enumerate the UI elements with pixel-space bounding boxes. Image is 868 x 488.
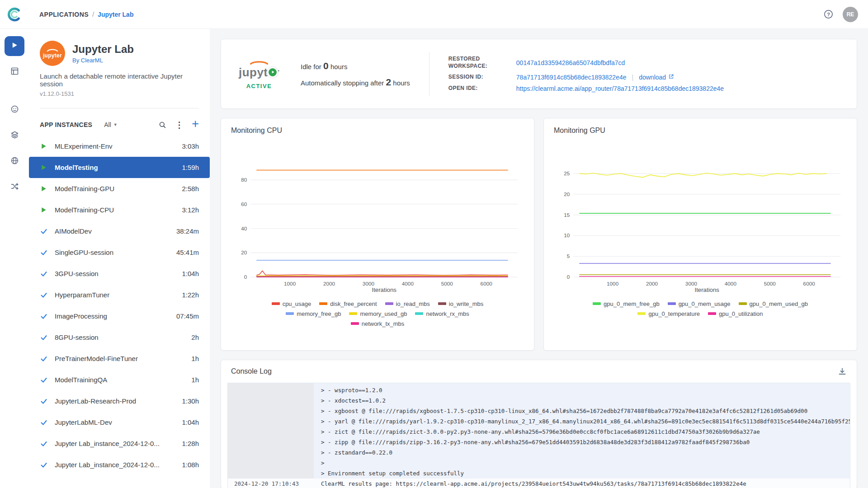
legend-item[interactable]: gpu_0_mem_free_gb (593, 300, 660, 307)
legend-item[interactable]: disk_free_percent (319, 300, 377, 307)
legend-label: gpu_0_temperature (648, 310, 699, 317)
instance-name: AIModelDev (55, 227, 171, 235)
svg-text:5000: 5000 (764, 281, 776, 286)
nav-projects[interactable] (5, 62, 24, 82)
instance-row[interactable]: Jupyter Lab_instance_2024-12-0...1:28h (29, 433, 210, 454)
instance-row[interactable]: Jupyter Lab_instance_2024-12-0...1:08h (29, 454, 210, 475)
nav-applications[interactable] (5, 36, 24, 56)
status-fields: RESTORED WORKSPACE:00147a1d33594286a6507… (448, 52, 840, 96)
console-log-title: Console Log (231, 367, 272, 375)
nav-models[interactable] (5, 100, 24, 120)
instance-row[interactable]: ModelTesting1:59h (29, 157, 210, 178)
add-instance-button[interactable]: + (192, 118, 199, 130)
shuffle-icon (10, 182, 19, 193)
kebab-menu-icon[interactable]: ⋮ (175, 121, 184, 129)
log-timestamp (228, 427, 314, 437)
instance-row[interactable]: 8GPU-session2h (29, 327, 210, 348)
legend-label: gpu_0_utilization (719, 310, 763, 317)
log-text: > - xdoctest==1.0.2 (314, 395, 850, 406)
play-icon (40, 185, 47, 192)
cpu-chart-plot[interactable]: 020406080100020003000400050006000Iterati… (231, 160, 524, 293)
svg-text:20: 20 (241, 249, 247, 255)
instance-row[interactable]: ModelTrainingQA1h (29, 369, 210, 390)
svg-text:1000: 1000 (284, 281, 296, 286)
legend-item[interactable]: gpu_0_mem_usage (668, 300, 731, 307)
legend-item[interactable]: gpu_0_mem_used_gb (739, 300, 808, 307)
instance-name: ModelTraining-CPU (55, 206, 176, 214)
svg-text:40: 40 (241, 225, 247, 231)
log-text: > - zstandard==0.22.0 (314, 447, 850, 458)
gpu-chart-plot[interactable]: 0510152025100020003000400050006000Iterat… (554, 160, 847, 293)
legend-item[interactable]: gpu_0_utilization (708, 310, 763, 317)
legend-label: gpu_0_mem_free_gb (604, 300, 660, 307)
legend-item[interactable]: memory_used_gb (349, 310, 407, 317)
download-log-icon[interactable] (838, 367, 847, 376)
legend-item[interactable]: memory_free_gb (286, 310, 341, 317)
field-label: SESSION ID: (448, 74, 516, 81)
idle-info: Idle for 0 hours Automatically stopping … (301, 61, 410, 88)
instance-row[interactable]: MLExperiment-Env3:03h (29, 136, 210, 157)
check-icon (40, 440, 47, 447)
instance-name: PreTrainerModel-FineTuner (55, 355, 186, 362)
log-timestamp (228, 447, 314, 458)
table-icon (10, 66, 19, 78)
svg-text:6000: 6000 (481, 281, 493, 286)
instances-filter-dropdown[interactable]: All ▼ (104, 121, 117, 128)
legend-label: gpu_0_mem_usage (679, 300, 731, 307)
log-row: 2024-12-20 17:10:43ClearML results page:… (228, 479, 850, 488)
sidebar: jupyter Jupyter Lab By ClearML Launch a … (29, 29, 210, 488)
instance-duration: 3:03h (182, 142, 199, 150)
instance-duration: 1:04h (182, 418, 199, 426)
instances-list[interactable]: MLExperiment-Env3:03hModelTesting1:59hMo… (29, 136, 210, 488)
legend-item[interactable]: cpu_usage (272, 300, 311, 307)
legend-item[interactable]: network_rx_mbs (415, 310, 469, 317)
instance-row[interactable]: ModelTraining-GPU2:58h (29, 178, 210, 199)
instance-name: JupyterLab-Research-Prod (55, 397, 176, 405)
globe-icon (10, 156, 19, 167)
play-icon (40, 206, 47, 213)
nav-workers[interactable] (5, 177, 24, 197)
instance-row[interactable]: SingleGPU-session45:41m (29, 242, 210, 263)
instance-row[interactable]: JupyterLab-Research-Prod1:30h (29, 390, 210, 412)
legend-swatch (286, 312, 294, 315)
search-icon[interactable] (158, 121, 167, 129)
instance-name: SingleGPU-session (55, 249, 171, 256)
console-rows[interactable]: > - wsproto==1.2.0> - xdoctest==1.0.2> -… (227, 383, 850, 488)
check-icon (40, 398, 47, 405)
instance-row[interactable]: JupyterLabML-Dev1:04h (29, 412, 210, 433)
legend-swatch (415, 312, 423, 315)
legend-swatch (385, 302, 393, 305)
instance-row[interactable]: PreTrainerModel-FineTuner1h (29, 348, 210, 369)
breadcrumb: APPLICATIONS / Jupyter Lab (39, 11, 133, 18)
chart-title: Monitoring CPU (231, 127, 524, 135)
instance-row[interactable]: 3GPU-session1:04h (29, 263, 210, 284)
field-value-link[interactable]: 00147a1d33594286a65074dbfbdfa7cd (516, 59, 625, 66)
avatar[interactable]: RE (843, 7, 858, 22)
legend-item[interactable]: network_tx_mbs (351, 320, 405, 327)
nav-datasets[interactable] (5, 126, 24, 145)
svg-text:6000: 6000 (803, 281, 816, 286)
legend-item[interactable]: io_read_mbs (385, 300, 430, 307)
legend-item[interactable]: gpu_0_temperature (637, 310, 699, 317)
instance-row[interactable]: HyperparamTuner1:22h (29, 284, 210, 305)
log-row: > Environment setup completed successful… (228, 468, 850, 479)
legend-item[interactable]: io_write_mbs (438, 300, 484, 307)
instance-row[interactable]: ModelTraining-CPU3:12h (29, 199, 210, 221)
instance-name: ImageProcessing (55, 312, 171, 320)
breadcrumb-root[interactable]: APPLICATIONS (39, 11, 89, 18)
clearml-logo-icon[interactable] (7, 7, 25, 22)
field-value-link[interactable]: https://clearml.acme.ai/app_router/78a71… (516, 85, 724, 92)
chevron-down-icon: ▼ (113, 122, 118, 127)
instance-name: Jupyter Lab_instance_2024-12-0... (55, 440, 176, 447)
by-clearml-link[interactable]: By ClearML (72, 57, 103, 64)
instance-row[interactable]: AIModelDev38:24m (29, 221, 210, 242)
nav-pipelines[interactable] (5, 151, 24, 171)
download-link[interactable]: download (639, 74, 674, 81)
help-icon[interactable]: ? (823, 9, 834, 19)
log-text: > - xgboost @ file:///rapids/xgboost-1.7… (314, 406, 850, 416)
instance-row[interactable]: ImageProcessing07:45m (29, 305, 210, 327)
log-text: > - zict @ file:///rapids/zict-3.0.0-py2… (314, 427, 850, 437)
divider (429, 52, 429, 96)
field-value-link[interactable]: 78a71713f6914c85b68dec1893822e4e (516, 74, 627, 81)
chart-legend: cpu_usagedisk_free_percentio_read_mbsio_… (271, 300, 484, 327)
